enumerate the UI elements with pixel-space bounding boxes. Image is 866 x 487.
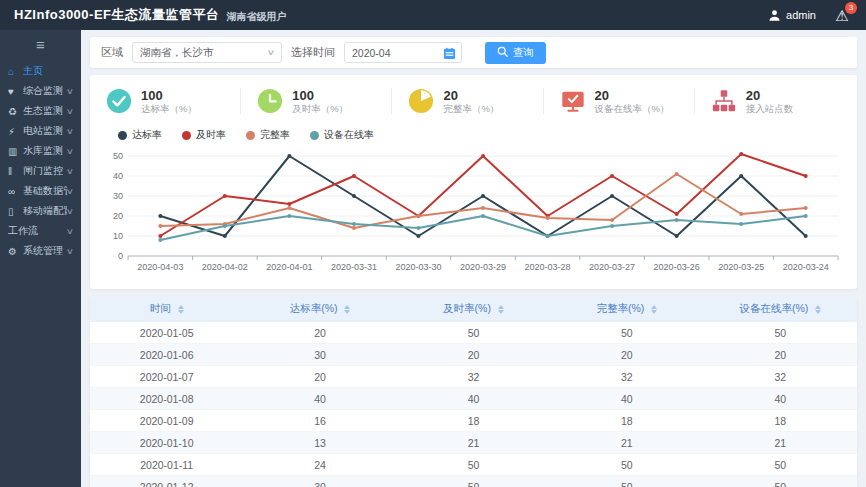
user-menu[interactable]: admin	[768, 9, 816, 22]
table-cell: 50	[397, 476, 550, 487]
chevron-down-icon: ∨	[66, 127, 74, 136]
sidebar-item-basic-data[interactable]: ∞基础数据管理∨	[0, 181, 81, 201]
legend-item[interactable]: 及时率	[182, 128, 226, 142]
column-label: 完整率(%)	[596, 302, 644, 314]
app-header: HZInfo3000-EF生态流量监管平台 湖南省级用户 admin ⚠ 3	[0, 0, 866, 30]
table-cell: 20	[243, 366, 396, 388]
legend-item[interactable]: 完整率	[246, 128, 290, 142]
sidebar-item-station[interactable]: ⚡电站监测∨	[0, 121, 81, 141]
notification-icon[interactable]: ⚠ 3	[832, 5, 852, 25]
table-cell: 21	[397, 432, 550, 454]
table-cell: 50	[704, 454, 857, 476]
column-header[interactable]: 时间	[90, 296, 243, 322]
kpi-value: 100	[292, 88, 348, 104]
column-label: 达标率(%)	[290, 302, 338, 314]
table-cell: 16	[243, 410, 396, 432]
sidebar-item-reservoir[interactable]: ▥水库监测∨	[0, 141, 81, 161]
chevron-down-icon: ∨	[66, 227, 74, 236]
sidebar-item-label: 生态监测	[23, 104, 67, 118]
sort-icon[interactable]	[344, 305, 350, 314]
sidebar-item-home[interactable]: ⌂主页	[0, 61, 81, 81]
legend-item[interactable]: 设备在线率	[310, 128, 374, 142]
kpi-row: 100 达标率（%） 100 及时率（%） 20 完整率（%） 20 设备在线率…	[102, 82, 845, 120]
calendar-icon[interactable]	[443, 46, 456, 59]
table-cell: 2020-01-07	[90, 366, 243, 388]
gear-icon: ⚙	[8, 246, 23, 257]
table-cell: 30	[243, 344, 396, 366]
sidebar-item-workflow[interactable]: 工作流∨	[0, 221, 81, 241]
heart-icon: ♥	[8, 86, 23, 97]
sidebar-item-label: 工作流	[8, 224, 67, 238]
table-row: 2020-01-0520505050	[90, 322, 857, 344]
svg-text:2020-04-03: 2020-04-03	[137, 262, 183, 272]
table-cell: 32	[397, 366, 550, 388]
menu-collapse-icon[interactable]: ≡	[0, 30, 81, 61]
date-input[interactable]	[352, 47, 443, 59]
kpi-completeness: 20 完整率（%）	[391, 88, 542, 115]
table-cell: 50	[704, 322, 857, 344]
username: admin	[786, 9, 816, 21]
sort-icon[interactable]	[815, 305, 821, 314]
kpi-label: 接入站点数	[746, 103, 794, 114]
sort-icon[interactable]	[651, 305, 657, 314]
table-cell: 2020-01-12	[90, 476, 243, 487]
sidebar-item-eco[interactable]: ♻生态监测∨	[0, 101, 81, 121]
sidebar-item-gate[interactable]: ‖闸门监控∨	[0, 161, 81, 181]
column-label: 及时率(%)	[443, 302, 491, 314]
table-cell: 32	[550, 366, 703, 388]
table-row: 2020-01-1013212121	[90, 432, 857, 454]
table-cell: 24	[243, 454, 396, 476]
svg-text:2020-03-26: 2020-03-26	[654, 262, 700, 272]
user-icon	[768, 9, 781, 22]
legend-dot	[246, 131, 255, 140]
legend-label: 完整率	[260, 128, 290, 142]
kpi-value: 100	[141, 88, 197, 104]
sidebar-item-integrated[interactable]: ♥综合监测∨	[0, 81, 81, 101]
column-header[interactable]: 及时率(%)	[397, 296, 550, 322]
chart-legend: 达标率 及时率 完整率 设备在线率	[118, 128, 845, 142]
table-cell: 2020-01-11	[90, 454, 243, 476]
table-cell: 40	[243, 388, 396, 410]
kpi-timeliness: 100 及时率（%）	[240, 88, 391, 115]
svg-text:2020-03-27: 2020-03-27	[589, 262, 635, 272]
search-button[interactable]: 查询	[485, 42, 546, 64]
svg-text:10: 10	[113, 231, 123, 241]
column-label: 时间	[150, 302, 171, 314]
table-card: 时间 达标率(%) 及时率(%) 完整率(%) 设备在线率(%) 2020-01…	[90, 296, 857, 487]
table-cell: 50	[397, 322, 550, 344]
sidebar: ≡ ⌂主页♥综合监测∨♻生态监测∨⚡电站监测∨▥水库监测∨‖闸门监控∨∞基础数据…	[0, 30, 81, 487]
svg-text:2020-03-28: 2020-03-28	[525, 262, 571, 272]
monitor-check-icon	[560, 88, 586, 114]
column-header[interactable]: 完整率(%)	[550, 296, 703, 322]
region-select[interactable]: 湖南省，长沙市 ∨	[132, 42, 282, 63]
legend-label: 及时率	[196, 128, 226, 142]
sidebar-item-label: 综合监测	[23, 84, 67, 98]
svg-text:30: 30	[113, 191, 123, 201]
table-cell: 21	[704, 432, 857, 454]
table-cell: 2020-01-08	[90, 388, 243, 410]
column-header[interactable]: 设备在线率(%)	[704, 296, 857, 322]
legend-item[interactable]: 达标率	[118, 128, 162, 142]
kpi-value: 20	[595, 88, 670, 104]
sidebar-item-mobile[interactable]: ▯移动端配置∨	[0, 201, 81, 221]
kpi-device-online: 20 设备在线率（%）	[543, 88, 694, 115]
table-cell: 2020-01-05	[90, 322, 243, 344]
svg-text:0: 0	[118, 251, 123, 261]
reservoir-icon: ▥	[8, 146, 23, 157]
kpi-label: 及时率（%）	[292, 103, 348, 114]
sort-icon[interactable]	[498, 305, 504, 314]
legend-dot	[182, 131, 191, 140]
svg-text:2020-03-31: 2020-03-31	[331, 262, 377, 272]
sort-icon[interactable]	[178, 305, 184, 314]
svg-text:2020-04-02: 2020-04-02	[202, 262, 248, 272]
table-cell: 13	[243, 432, 396, 454]
sidebar-item-label: 水库监测	[23, 144, 67, 158]
notification-badge: 3	[845, 2, 857, 14]
table-cell: 18	[550, 410, 703, 432]
kpi-value: 20	[746, 88, 794, 104]
sidebar-item-system[interactable]: ⚙系统管理∨	[0, 241, 81, 261]
table-cell: 20	[550, 344, 703, 366]
column-header[interactable]: 达标率(%)	[243, 296, 396, 322]
table-row: 2020-01-1124505050	[90, 454, 857, 476]
sidebar-item-label: 闸门监控	[23, 164, 67, 178]
